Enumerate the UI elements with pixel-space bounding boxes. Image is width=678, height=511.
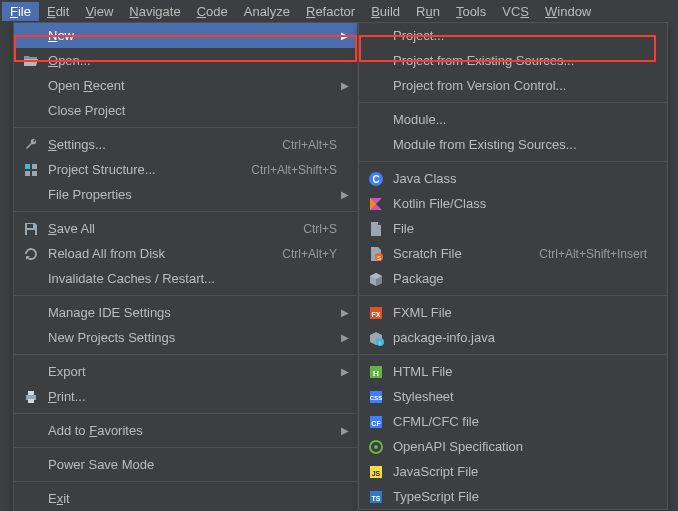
new-menu-item-package[interactable]: Package bbox=[359, 266, 667, 291]
menubar-item-navigate[interactable]: Navigate bbox=[121, 2, 188, 21]
menu-item-label: OpenAPI Specification bbox=[387, 439, 647, 454]
new-menu-item-project-from-existing-sources[interactable]: Project from Existing Sources... bbox=[359, 48, 667, 73]
file-menu-separator bbox=[14, 481, 357, 482]
file-menu-item-file-properties[interactable]: File Properties▶ bbox=[14, 182, 357, 207]
menu-item-label: Kotlin File/Class bbox=[387, 196, 647, 211]
new-menu-item-typescript-file[interactable]: TSTypeScript File bbox=[359, 484, 667, 509]
svg-point-24 bbox=[374, 445, 378, 449]
menubar-item-build[interactable]: Build bbox=[363, 2, 408, 21]
menubar-item-tools[interactable]: Tools bbox=[448, 2, 494, 21]
menubar-item-refactor[interactable]: Refactor bbox=[298, 2, 363, 21]
new-menu-item-java-class[interactable]: CJava Class bbox=[359, 166, 667, 191]
svg-text:i: i bbox=[379, 340, 380, 346]
file-menu-separator bbox=[14, 295, 357, 296]
cfml-icon: CF bbox=[365, 414, 387, 430]
file-menu-item-project-structure[interactable]: Project Structure...Ctrl+Alt+Shift+S bbox=[14, 157, 357, 182]
svg-rect-3 bbox=[32, 171, 37, 176]
menubar-item-vcs[interactable]: VCS bbox=[494, 2, 537, 21]
menu-item-label: HTML File bbox=[387, 364, 647, 379]
svg-rect-8 bbox=[28, 399, 34, 403]
menubar-item-edit[interactable]: Edit bbox=[39, 2, 77, 21]
menu-item-label: package-info.java bbox=[387, 330, 647, 345]
menu-item-label: Reload All from Disk bbox=[42, 246, 270, 261]
menubar-item-analyze[interactable]: Analyze bbox=[236, 2, 298, 21]
menu-item-label: JavaScript File bbox=[387, 464, 647, 479]
menu-item-shortcut: Ctrl+Alt+Shift+S bbox=[239, 163, 337, 177]
submenu-arrow-icon: ▶ bbox=[341, 189, 349, 200]
svg-rect-2 bbox=[25, 171, 30, 176]
menu-item-label: Settings... bbox=[42, 137, 270, 152]
svg-rect-0 bbox=[25, 164, 30, 169]
file-menu-item-new[interactable]: New▶ bbox=[14, 23, 357, 48]
submenu-arrow-icon: ▶ bbox=[341, 366, 349, 377]
menu-item-label: Module from Existing Sources... bbox=[387, 137, 647, 152]
new-menu-item-stylesheet[interactable]: CSSStylesheet bbox=[359, 384, 667, 409]
file-menu-item-reload-all-from-disk[interactable]: Reload All from DiskCtrl+Alt+Y bbox=[14, 241, 357, 266]
menubar-item-window[interactable]: Window bbox=[537, 2, 599, 21]
svg-text:FX: FX bbox=[372, 311, 381, 318]
new-menu-item-kotlin-file-class[interactable]: Kotlin File/Class bbox=[359, 191, 667, 216]
svg-text:C: C bbox=[372, 174, 379, 185]
menubar-item-view[interactable]: View bbox=[77, 2, 121, 21]
file-menu-item-new-projects-settings[interactable]: New Projects Settings▶ bbox=[14, 325, 357, 350]
new-menu-item-package-info-java[interactable]: ipackage-info.java bbox=[359, 325, 667, 350]
file-menu-item-print[interactable]: Print... bbox=[14, 384, 357, 409]
menu-item-label: Project from Existing Sources... bbox=[387, 53, 647, 68]
svg-text:H: H bbox=[373, 369, 379, 378]
new-menu-item-module-from-existing-sources[interactable]: Module from Existing Sources... bbox=[359, 132, 667, 157]
svg-text:JS: JS bbox=[372, 470, 381, 477]
menu-item-label: Module... bbox=[387, 112, 647, 127]
new-menu-item-cfml-cfc-file[interactable]: CFCFML/CFC file bbox=[359, 409, 667, 434]
file-menu-item-add-to-favorites[interactable]: Add to Favorites▶ bbox=[14, 418, 357, 443]
file-menu-item-exit[interactable]: Exit bbox=[14, 486, 357, 511]
submenu-arrow-icon: ▶ bbox=[341, 307, 349, 318]
print-icon bbox=[20, 389, 42, 405]
file-menu-item-save-all[interactable]: Save AllCtrl+S bbox=[14, 216, 357, 241]
new-menu-item-fxml-file[interactable]: FXFXML File bbox=[359, 300, 667, 325]
menu-item-shortcut: Ctrl+Alt+Shift+Insert bbox=[527, 247, 647, 261]
file-menu-item-open-recent[interactable]: Open Recent▶ bbox=[14, 73, 357, 98]
js-icon: JS bbox=[365, 464, 387, 480]
fxml-icon: FX bbox=[365, 305, 387, 321]
new-menu-separator bbox=[359, 354, 667, 355]
file-menu-separator bbox=[14, 354, 357, 355]
save-icon bbox=[20, 221, 42, 237]
menu-item-label: Power Save Mode bbox=[42, 457, 337, 472]
new-menu-item-scratch-file[interactable]: SScratch FileCtrl+Alt+Shift+Insert bbox=[359, 241, 667, 266]
menu-item-label: Print... bbox=[42, 389, 337, 404]
menu-item-label: New bbox=[42, 28, 337, 43]
new-menu-item-html-file[interactable]: HHTML File bbox=[359, 359, 667, 384]
menubar-item-code[interactable]: Code bbox=[189, 2, 236, 21]
new-menu-item-javascript-file[interactable]: JSJavaScript File bbox=[359, 459, 667, 484]
menu-item-label: Manage IDE Settings bbox=[42, 305, 337, 320]
new-menu-item-module[interactable]: Module... bbox=[359, 107, 667, 132]
file-menu-item-open[interactable]: Open... bbox=[14, 48, 357, 73]
menu-item-label: Stylesheet bbox=[387, 389, 647, 404]
file-menu-item-export[interactable]: Export▶ bbox=[14, 359, 357, 384]
menu-item-shortcut: Ctrl+Alt+Y bbox=[270, 247, 337, 261]
new-menu-item-openapi-specification[interactable]: OpenAPI Specification bbox=[359, 434, 667, 459]
file-menu-item-manage-ide-settings[interactable]: Manage IDE Settings▶ bbox=[14, 300, 357, 325]
file-menu-item-power-save-mode[interactable]: Power Save Mode bbox=[14, 452, 357, 477]
file-menu-separator bbox=[14, 211, 357, 212]
ts-icon: TS bbox=[365, 489, 387, 505]
new-menu-item-project-from-version-control[interactable]: Project from Version Control... bbox=[359, 73, 667, 98]
file-menu-separator bbox=[14, 127, 357, 128]
menu-item-label: Project Structure... bbox=[42, 162, 239, 177]
submenu-arrow-icon: ▶ bbox=[341, 332, 349, 343]
scratch-icon: S bbox=[365, 246, 387, 262]
new-menu-item-file[interactable]: File bbox=[359, 216, 667, 241]
new-menu-separator bbox=[359, 161, 667, 162]
menu-item-shortcut: Ctrl+Alt+S bbox=[270, 138, 337, 152]
menu-item-label: TypeScript File bbox=[387, 489, 647, 504]
new-submenu: Project...Project from Existing Sources.… bbox=[358, 22, 668, 510]
svg-text:TS: TS bbox=[372, 495, 381, 502]
file-menu-item-invalidate-caches-restart[interactable]: Invalidate Caches / Restart... bbox=[14, 266, 357, 291]
menubar-item-file[interactable]: File bbox=[2, 2, 39, 21]
file-menu-item-settings[interactable]: Settings...Ctrl+Alt+S bbox=[14, 132, 357, 157]
menubar-item-run[interactable]: Run bbox=[408, 2, 448, 21]
menu-item-label: Invalidate Caches / Restart... bbox=[42, 271, 337, 286]
new-menu-item-project[interactable]: Project... bbox=[359, 23, 667, 48]
openapi-icon bbox=[365, 439, 387, 455]
file-menu-item-close-project[interactable]: Close Project bbox=[14, 98, 357, 123]
